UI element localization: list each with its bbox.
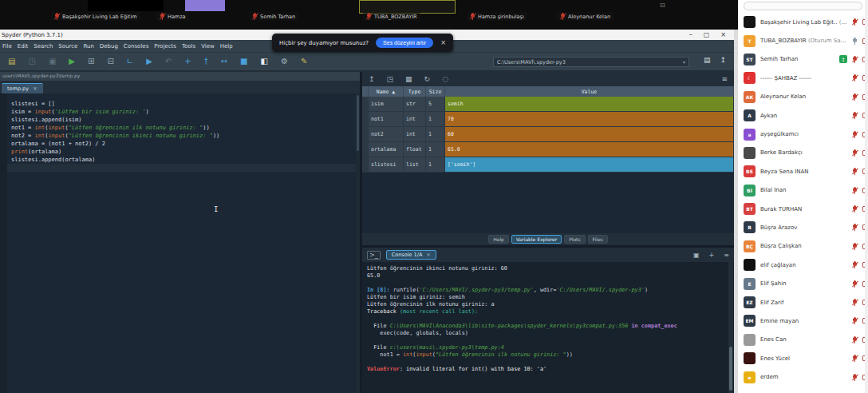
menu-source[interactable]: Source xyxy=(58,43,77,50)
column-header[interactable]: Size xyxy=(426,86,445,97)
participant-row[interactable]: aayşegülkamcı xyxy=(738,125,868,143)
variable-value[interactable]: 70 xyxy=(445,112,734,127)
browse-directory-icon[interactable]: ▤ xyxy=(704,56,711,64)
parent-directory-icon[interactable]: ↥ xyxy=(720,56,726,64)
save-all-icon[interactable]: ▣ xyxy=(49,58,56,66)
menu-view[interactable]: View xyxy=(201,43,215,50)
column-header[interactable] xyxy=(362,86,369,97)
editor-scrollbar[interactable] xyxy=(356,93,360,393)
participant-row[interactable]: Berke Bardakçı xyxy=(738,144,868,162)
tab-plots[interactable]: Plots xyxy=(564,235,585,244)
participant-row[interactable]: AKAleynanur Kelan xyxy=(738,88,868,106)
menu-debug[interactable]: Debug xyxy=(100,43,118,50)
menu-run[interactable]: Run xyxy=(83,43,93,50)
refresh-icon[interactable]: ↻ xyxy=(424,75,431,83)
working-directory-select[interactable]: C:\Users\MAVİ\.spyder-py3 ▾ xyxy=(493,57,689,67)
participant-row[interactable]: Başakşehir Living Lab Eğit.. (Ben) xyxy=(738,13,868,31)
run-cell-icon[interactable]: ⊞ xyxy=(88,58,94,66)
participant-row[interactable]: EZElif Zarif xyxy=(738,293,868,312)
variable-name[interactable]: not1 xyxy=(369,112,404,127)
variable-size[interactable]: 1 xyxy=(426,127,445,142)
console-scrollbar[interactable] xyxy=(728,262,733,393)
variable-size[interactable]: 1 xyxy=(426,142,445,157)
variable-value[interactable]: ['semih'] xyxy=(445,157,734,173)
participant-row[interactable]: elif çağlayan xyxy=(738,256,868,274)
tab-files[interactable]: Files xyxy=(588,235,608,244)
run-icon[interactable]: ▶ xyxy=(69,58,75,66)
column-header[interactable]: Type xyxy=(404,86,426,97)
participant-row[interactable]: Enes Can xyxy=(738,331,868,349)
participant-row[interactable]: BİBilal İnan xyxy=(738,181,868,200)
variable-name[interactable]: ortalama xyxy=(369,142,404,157)
participant-row[interactable]: TTUBA_BOZBAYIR (Oturum Sahibi) xyxy=(738,31,868,50)
menu-projects[interactable]: Projects xyxy=(154,43,176,50)
search-icon[interactable]: ◌ xyxy=(442,75,448,83)
save-data-as-icon[interactable]: ▦ xyxy=(405,75,412,83)
variable-type[interactable]: float xyxy=(404,142,426,157)
video-tile-thumbnail[interactable] xyxy=(88,0,164,11)
code-editor[interactable]: slistesi = []isim = input('Lütfen bir is… xyxy=(0,93,360,393)
console-output[interactable]: Lütfen öğrencinin ikinci notunu giriniz:… xyxy=(362,262,734,393)
increase-volume-button[interactable]: Ses düzeyini artır xyxy=(376,38,433,48)
participant-row[interactable]: EMEmine mayan xyxy=(738,312,868,330)
video-tile-active-label[interactable]: TUBA_BOZBAYIR xyxy=(363,12,420,21)
menu-search[interactable]: Search xyxy=(34,43,53,50)
step-into-icon[interactable]: + xyxy=(184,58,191,66)
variable-type[interactable]: list xyxy=(404,157,426,173)
menu-help[interactable]: Help xyxy=(220,43,233,50)
variable-name[interactable]: slistesi xyxy=(369,157,404,173)
menu-tools[interactable]: Tools xyxy=(182,43,195,50)
participant-row[interactable]: AAykan xyxy=(738,106,868,125)
minimize-button[interactable]: – xyxy=(689,32,692,38)
variable-type[interactable]: int xyxy=(404,112,426,127)
variable-name[interactable]: not2 xyxy=(369,127,404,142)
rerun-cell-icon[interactable]: ▶ xyxy=(146,58,152,66)
video-tile-label[interactable]: Hamza şirinbulaşı xyxy=(467,12,527,21)
video-tile-label[interactable]: Semih Tarhan xyxy=(249,12,298,21)
open-file-icon[interactable]: ▤ xyxy=(8,58,15,66)
participant-row[interactable]: BÇBüşra Çalışkan xyxy=(738,237,868,256)
variable-type[interactable]: int xyxy=(404,127,426,142)
menu-consoles[interactable]: Consoles xyxy=(124,43,148,50)
options-icon[interactable]: ≡ xyxy=(724,252,729,259)
participants-scrollbar[interactable] xyxy=(865,0,868,393)
participant-row[interactable]: eerdem xyxy=(738,367,868,386)
edit-icon[interactable]: ✎ xyxy=(301,58,307,66)
variable-name[interactable]: isim xyxy=(369,97,404,112)
clipboard-icon[interactable]: ▣ xyxy=(693,252,700,259)
menu-edit[interactable]: Edit xyxy=(18,43,29,50)
tab-variable-explorer[interactable]: Variable Explorer xyxy=(511,235,562,244)
tab-temp-py[interactable]: temp.py × xyxy=(2,83,43,93)
run-cell-advance-icon[interactable]: ⊟ xyxy=(107,58,113,66)
tab-console-1a[interactable]: Console 1/A × xyxy=(386,250,436,260)
options-icon[interactable]: ≡ xyxy=(721,75,728,83)
participant-row[interactable]: BTBurak TURHAN xyxy=(738,200,868,218)
variable-value[interactable]: 65.0 xyxy=(445,142,734,157)
run-selection-icon[interactable]: ∟ xyxy=(127,58,133,66)
variable-value[interactable]: 60 xyxy=(445,127,734,142)
close-tab-icon[interactable]: × xyxy=(426,252,430,258)
search-input[interactable] xyxy=(744,2,862,10)
tools-icon[interactable]: ⚙ xyxy=(281,58,288,66)
maximize-button[interactable]: ▢ xyxy=(704,32,710,38)
video-tile-label[interactable]: Başakşehir Living Lab Eğitim xyxy=(51,12,140,21)
new-console-icon[interactable]: + xyxy=(709,252,715,259)
menu-file[interactable]: File xyxy=(2,43,12,50)
maximize-pane-icon[interactable]: ◧ xyxy=(261,58,268,66)
column-header[interactable]: Value xyxy=(445,86,734,97)
participant-row[interactable]: Enes Yücel xyxy=(738,349,868,367)
continue-icon[interactable]: ↔ xyxy=(221,58,227,66)
participant-row[interactable]: ☾------ ŞAHBAZ ------ xyxy=(738,69,868,87)
participant-row[interactable]: EElif Şahin xyxy=(738,274,868,292)
video-tile-avatar[interactable] xyxy=(185,0,225,11)
variable-type[interactable]: str xyxy=(404,97,426,112)
participant-row[interactable]: BBüşra Arazov xyxy=(738,218,868,236)
variable-size[interactable]: 1 xyxy=(426,157,445,173)
tab-help[interactable]: Help xyxy=(488,235,509,244)
undo-icon[interactable]: ↶ xyxy=(165,58,172,66)
video-tile-label[interactable]: Aleynanur Kelan xyxy=(557,12,614,21)
column-header[interactable]: Name ▲ xyxy=(369,86,404,97)
save-data-icon[interactable]: ◳ xyxy=(387,75,394,83)
import-data-icon[interactable]: ↥ xyxy=(369,75,375,83)
close-tab-icon[interactable]: × xyxy=(33,85,37,92)
